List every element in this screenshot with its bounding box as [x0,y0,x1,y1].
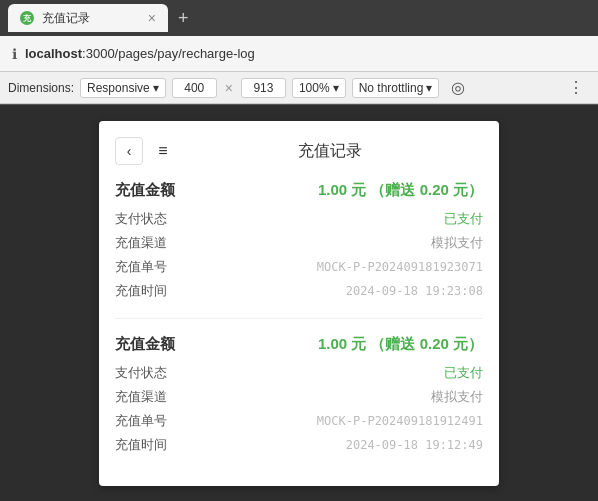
tab-bar: 充 充值记录 × + [0,0,598,36]
record-amount-value: 1.00 元 （赠送 0.20 元） [318,335,483,354]
devtools-toolbar: Dimensions: Responsive ▾ × 100% ▾ No thr… [0,72,598,104]
mobile-card: ‹ ≡ 充值记录 充值金额1.00 元 （赠送 0.20 元）支付状态已支付充值… [99,121,499,486]
active-tab[interactable]: 充 充值记录 × [8,4,168,32]
height-input[interactable] [241,78,286,98]
chevron-down-icon: ▾ [426,81,432,95]
record-detail-row: 充值渠道模拟支付 [115,388,483,406]
record-item: 充值金额1.00 元 （赠送 0.20 元）支付状态已支付充值渠道模拟支付充值单… [115,335,483,472]
record-detail-label: 充值时间 [115,436,167,454]
record-detail-value: 已支付 [444,210,483,228]
record-detail-row: 充值时间2024-09-18 19:12:49 [115,436,483,454]
info-icon: ℹ [12,46,17,62]
dimension-separator: × [225,80,233,96]
screenshot-icon[interactable]: ◎ [445,76,471,99]
record-detail-value: 2024-09-18 19:23:08 [346,284,483,298]
new-tab-button[interactable]: + [172,8,195,29]
tab-favicon: 充 [20,11,34,25]
chevron-down-icon: ▾ [153,81,159,95]
record-detail-label: 充值单号 [115,412,167,430]
record-detail-row: 充值单号MOCK-P-P202409181923071 [115,258,483,276]
back-icon: ‹ [127,143,132,159]
back-button[interactable]: ‹ [115,137,143,165]
more-options-icon[interactable]: ⋮ [562,76,590,99]
chevron-down-icon: ▾ [333,81,339,95]
record-detail-value: 模拟支付 [431,234,483,252]
record-amount-row: 充值金额1.00 元 （赠送 0.20 元） [115,335,483,354]
record-amount-row: 充值金额1.00 元 （赠送 0.20 元） [115,181,483,200]
tab-title: 充值记录 [42,10,140,27]
record-detail-label: 充值渠道 [115,234,167,252]
record-detail-row: 充值渠道模拟支付 [115,234,483,252]
url-display: localhost:3000/pages/pay/recharge-log [25,46,255,61]
record-amount-value: 1.00 元 （赠送 0.20 元） [318,181,483,200]
records-list: 充值金额1.00 元 （赠送 0.20 元）支付状态已支付充值渠道模拟支付充值单… [115,181,483,472]
page-title: 充值记录 [177,141,483,162]
record-detail-label: 充值单号 [115,258,167,276]
menu-icon: ≡ [158,142,167,160]
record-item: 充值金额1.00 元 （赠送 0.20 元）支付状态已支付充值渠道模拟支付充值单… [115,181,483,319]
width-input[interactable] [172,78,217,98]
url-domain: localhost [25,46,82,61]
record-detail-row: 充值时间2024-09-18 19:23:08 [115,282,483,300]
record-detail-label: 充值渠道 [115,388,167,406]
zoom-select[interactable]: 100% ▾ [292,78,346,98]
record-detail-value: 模拟支付 [431,388,483,406]
record-detail-label: 充值时间 [115,282,167,300]
record-detail-label: 支付状态 [115,364,167,382]
dimensions-select[interactable]: Responsive ▾ [80,78,166,98]
tab-close-button[interactable]: × [148,11,156,25]
record-detail-value: MOCK-P-P202409181923071 [317,260,483,274]
address-bar: ℹ localhost:3000/pages/pay/recharge-log [0,36,598,72]
record-detail-row: 支付状态已支付 [115,210,483,228]
record-detail-row: 充值单号MOCK-P-P202409181912491 [115,412,483,430]
menu-button[interactable]: ≡ [149,137,177,165]
dimensions-label: Dimensions: [8,81,74,95]
page-content: ‹ ≡ 充值记录 充值金额1.00 元 （赠送 0.20 元）支付状态已支付充值… [0,105,598,501]
record-amount-label: 充值金额 [115,181,175,200]
throttle-select[interactable]: No throttling ▾ [352,78,440,98]
record-amount-label: 充值金额 [115,335,175,354]
record-detail-value: 2024-09-18 19:12:49 [346,438,483,452]
url-path: :3000/pages/pay/recharge-log [82,46,255,61]
record-detail-value: MOCK-P-P202409181912491 [317,414,483,428]
record-detail-row: 支付状态已支付 [115,364,483,382]
record-detail-label: 支付状态 [115,210,167,228]
browser-chrome: 充 充值记录 × + ℹ localhost:3000/pages/pay/re… [0,0,598,105]
page-header: ‹ ≡ 充值记录 [115,137,483,165]
record-detail-value: 已支付 [444,364,483,382]
